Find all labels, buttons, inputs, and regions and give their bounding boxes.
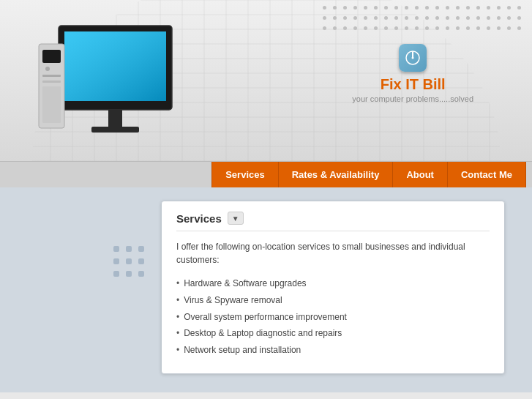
brand-subtitle: your computer problems.....solved	[352, 94, 473, 103]
svg-point-42	[45, 67, 50, 71]
computer-illustration	[37, 22, 190, 150]
services-intro-text: I offer the following on-location servic…	[176, 240, 490, 266]
header: // Will render dots via JS below	[0, 0, 532, 161]
nav-bar: Services Rates & Availability About Cont…	[0, 161, 532, 187]
list-item: Desktop & Laptop diagnostic and repairs	[176, 325, 490, 342]
services-card: Services ▼ I offer the following on-loca…	[161, 201, 505, 374]
svg-rect-39	[91, 127, 139, 133]
list-item: Overall system performance improvement	[176, 309, 490, 326]
svg-rect-43	[42, 75, 61, 77]
side-dots	[113, 246, 149, 281]
services-card-header: Services ▼	[176, 212, 490, 231]
svg-rect-41	[42, 50, 61, 63]
services-card-title: Services	[176, 212, 222, 225]
nav-item-rates[interactable]: Rates & Availability	[278, 162, 393, 187]
content-area: Services ▼ I offer the following on-loca…	[0, 187, 532, 392]
svg-rect-44	[42, 81, 61, 83]
services-dropdown-button[interactable]: ▼	[228, 212, 244, 225]
list-item: Hardware & Software upgrades	[176, 275, 490, 292]
brand-title: Fix IT Bill	[352, 76, 473, 93]
list-item: Network setup and installation	[176, 342, 490, 359]
list-item: Virus & Spyware removal	[176, 292, 490, 309]
nav-item-about[interactable]: About	[392, 162, 447, 187]
brand-area: Fix IT Bill your computer problems.....s…	[352, 44, 473, 103]
brand-icon	[399, 44, 427, 72]
nav-item-services[interactable]: Services	[211, 162, 278, 187]
services-list: Hardware & Software upgrades Virus & Spy…	[176, 275, 490, 359]
svg-rect-37	[64, 31, 166, 101]
nav-item-contact[interactable]: Contact Me	[447, 162, 526, 187]
svg-rect-45	[42, 86, 61, 123]
svg-point-48	[412, 57, 414, 59]
dot-pattern-header: // Will render dots via JS below	[323, 6, 526, 35]
svg-rect-38	[108, 110, 122, 128]
